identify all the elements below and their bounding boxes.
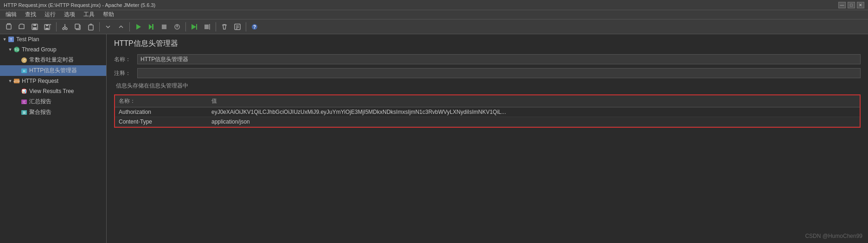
sidebar-item-timer[interactable]: ▼ ⏱ 常数吞吐量定时器: [0, 55, 106, 65]
col-header-value: 值: [208, 95, 860, 107]
toolbar-sep-1: [56, 22, 57, 31]
sidebar-item-thread-group[interactable]: ▼ TG Thread Group: [0, 44, 106, 55]
svg-text:⏱: ⏱: [23, 59, 26, 62]
header-icon: H: [20, 67, 28, 75]
toolbar-sep-2: [99, 22, 100, 31]
cell-value: application/json: [208, 117, 860, 127]
maximize-button[interactable]: □: [848, 2, 855, 8]
name-label: 名称：: [114, 56, 137, 63]
svg-rect-3: [33, 27, 37, 30]
menu-edit[interactable]: 编辑: [2, 10, 20, 19]
svg-text:TG: TG: [14, 48, 19, 51]
toggle-test-plan[interactable]: ▼: [2, 37, 7, 42]
svg-line-7: [50, 24, 51, 25]
svg-rect-2: [33, 24, 36, 26]
svg-marker-13: [136, 24, 141, 30]
new-button[interactable]: [3, 21, 15, 33]
sidebar-item-label-http-request: HTTP Request: [22, 78, 58, 84]
info-text: 信息头存储在信息头管理器中: [114, 82, 861, 90]
sidebar-item-label-http-header: HTTP信息头管理器: [29, 67, 77, 75]
svg-text:📊: 📊: [22, 89, 26, 93]
request-icon: HTTP: [13, 77, 20, 85]
toolbar-sep-3: [129, 22, 130, 31]
sidebar-item-summary[interactable]: ▼ 汇 汇总报告: [0, 96, 106, 107]
toolbar-sep-4: [185, 22, 186, 31]
main-layout: ▼ T Test Plan ▼ TG Thread Group ▼ ⏱ 常数吞吐…: [0, 34, 868, 243]
svg-rect-5: [46, 25, 48, 26]
remote-start-button[interactable]: [188, 21, 200, 33]
col-header-name: 名称：: [115, 95, 208, 107]
menu-help[interactable]: 帮助: [99, 10, 118, 19]
svg-text:HTTP: HTTP: [13, 80, 20, 83]
sidebar-item-label-timer: 常数吞吐量定时器: [29, 56, 74, 64]
run-button[interactable]: [132, 21, 144, 33]
sidebar: ▼ T Test Plan ▼ TG Thread Group ▼ ⏱ 常数吞吐…: [0, 34, 107, 243]
sidebar-item-test-plan[interactable]: ▼ T Test Plan: [0, 34, 106, 44]
svg-text:?: ?: [253, 25, 256, 30]
clear-all-button[interactable]: [218, 21, 230, 33]
collapse-button[interactable]: [115, 21, 127, 33]
name-row: 名称：: [114, 54, 861, 64]
sidebar-item-aggregate[interactable]: ▼ 聚 聚合报告: [0, 107, 106, 118]
summary-icon: 汇: [20, 98, 28, 106]
svg-rect-21: [204, 25, 209, 29]
comment-row: 注释：: [114, 68, 861, 78]
toolbar-sep-6: [246, 22, 246, 31]
report-button[interactable]: [231, 21, 243, 33]
toggle-http-request[interactable]: ▼: [7, 78, 13, 84]
save-button[interactable]: [29, 21, 41, 33]
open-button[interactable]: [16, 21, 28, 33]
toolbar-sep-5: [216, 22, 216, 31]
svg-rect-6: [45, 28, 49, 30]
minimize-button[interactable]: —: [838, 2, 846, 8]
cell-value: eyJ0eXAiOiJKV1QiLCJhbGciOiJIUzUxMiJ9.eyJ…: [208, 107, 860, 117]
name-input[interactable]: [137, 54, 861, 64]
sidebar-item-label-test-plan: Test Plan: [16, 36, 39, 43]
sidebar-item-view-results[interactable]: ▼ 📊 View Results Tree: [0, 86, 106, 96]
shutdown-button[interactable]: [171, 21, 183, 33]
thread-icon: TG: [13, 46, 20, 53]
close-button[interactable]: ✕: [857, 2, 864, 8]
aggregate-icon: 聚: [20, 109, 28, 116]
copy-button[interactable]: [72, 21, 84, 33]
menu-find[interactable]: 查找: [21, 10, 40, 19]
plan-icon: T: [7, 36, 15, 43]
remote-stop-button[interactable]: [201, 21, 213, 33]
comment-label: 注释：: [114, 69, 137, 77]
menu-options[interactable]: 选项: [60, 10, 79, 19]
svg-rect-11: [75, 24, 79, 29]
svg-marker-19: [191, 24, 196, 30]
stop-button[interactable]: [158, 21, 170, 33]
sidebar-item-http-request[interactable]: ▼ HTTP HTTP Request: [0, 76, 106, 86]
sidebar-item-http-header[interactable]: ▼ H HTTP信息头管理器: [0, 65, 106, 76]
svg-rect-18: [177, 25, 178, 27]
expand-button[interactable]: [102, 21, 114, 33]
watermark: CSDN @HumoChen99: [805, 233, 862, 239]
menu-tools[interactable]: 工具: [80, 10, 98, 19]
comment-input[interactable]: [137, 68, 861, 78]
svg-marker-15: [152, 24, 153, 30]
table-row[interactable]: Content-Type application/json: [115, 117, 860, 127]
cell-name: Authorization: [115, 107, 208, 117]
svg-rect-12: [89, 25, 93, 30]
timer-icon: ⏱: [20, 56, 28, 64]
title-bar: HTTP Request.jmx (E:\HTTP Request.jmx) -…: [0, 0, 868, 10]
svg-point-9: [65, 28, 67, 30]
svg-point-8: [63, 28, 64, 30]
svg-rect-16: [162, 25, 166, 29]
paste-button[interactable]: [85, 21, 97, 33]
table-row[interactable]: Authorization eyJ0eXAiOiJKV1QiLCJhbGciOi…: [115, 107, 860, 117]
content-panel: HTTP信息头管理器 名称： 注释： 信息头存储在信息头管理器中 名称： 值 A…: [107, 34, 868, 243]
save-all-button[interactable]: [42, 21, 54, 33]
sidebar-item-label-aggregate: 聚合报告: [29, 108, 51, 116]
window-controls: — □ ✕: [838, 2, 864, 8]
menu-run[interactable]: 运行: [41, 10, 59, 19]
help-button[interactable]: ?: [249, 21, 261, 33]
header-table: 名称： 值 Authorization eyJ0eXAiOiJKV1QiLCJh…: [115, 95, 860, 127]
header-table-container: 名称： 值 Authorization eyJ0eXAiOiJKV1QiLCJh…: [114, 94, 861, 128]
window-title: HTTP Request.jmx (E:\HTTP Request.jmx) -…: [4, 2, 155, 8]
cut-button[interactable]: [59, 21, 71, 33]
toggle-thread-group[interactable]: ▼: [7, 47, 13, 52]
run-no-pause-button[interactable]: [145, 21, 157, 33]
svg-text:汇: 汇: [23, 100, 26, 104]
